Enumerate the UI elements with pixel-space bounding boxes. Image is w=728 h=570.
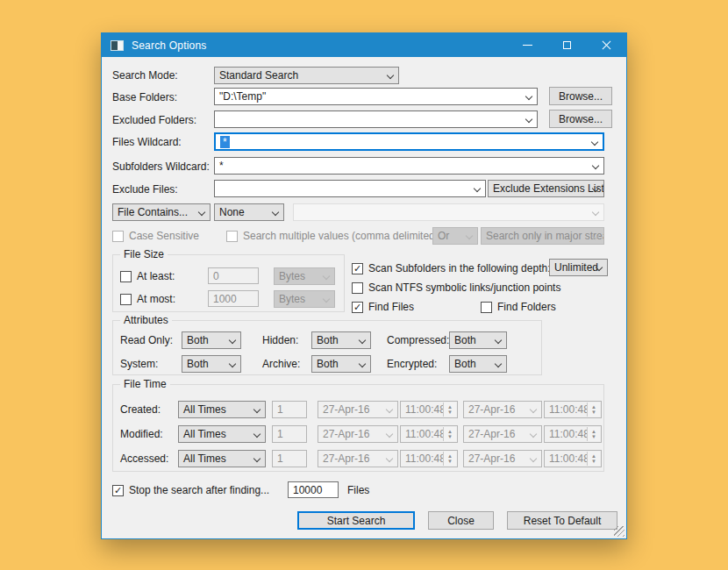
encrypted-select[interactable]: Both — [449, 355, 507, 373]
time-spinner[interactable]: ▲▼ — [587, 403, 600, 417]
chevron-down-icon — [386, 406, 393, 413]
maximize-button[interactable] — [547, 33, 587, 57]
time-spinner[interactable]: ▲▼ — [443, 403, 456, 417]
scan-subfolders-checkbox[interactable]: ✓ Scan Subfolders in the following depth… — [352, 262, 550, 274]
accessed-from-time: 11:00:48 P ▲▼ — [400, 450, 458, 467]
depth-select[interactable]: Unlimited — [549, 259, 608, 276]
time-spinner[interactable]: ▲▼ — [587, 427, 600, 441]
start-search-button[interactable]: Start Search — [297, 511, 415, 530]
files-wildcard-combo[interactable]: * — [214, 132, 604, 151]
caption-buttons — [508, 33, 626, 57]
accessed-to-date: 27-Apr-16 — [463, 450, 542, 467]
at-least-unit-select: Bytes — [274, 267, 335, 285]
files-wildcard-label: Files Wildcard: — [112, 136, 182, 148]
chevron-down-icon — [495, 360, 502, 367]
checkbox-checked-icon: ✓ — [352, 263, 363, 274]
created-to-date: 27-Apr-16 — [463, 401, 542, 418]
accessed-count-value: 1 — [277, 452, 283, 465]
chevron-down-icon — [272, 209, 279, 216]
stop-after-count-field[interactable]: 10000 — [288, 481, 339, 498]
at-most-checkbox[interactable]: At most: — [120, 293, 175, 305]
checkbox-icon — [120, 294, 132, 305]
find-folders-checkbox[interactable]: Find Folders — [481, 301, 556, 313]
base-folders-combo[interactable]: "D:\Temp" — [214, 88, 538, 105]
chevron-down-icon — [229, 337, 236, 344]
chevron-down-icon — [466, 232, 473, 239]
time-spinner[interactable]: ▲▼ — [443, 452, 456, 466]
files-wildcard-value: * — [220, 136, 230, 148]
contains-type-select[interactable]: None — [214, 203, 284, 221]
chevron-down-icon — [198, 209, 205, 216]
read-only-label: Read Only: — [120, 334, 173, 346]
excluded-folders-browse-button[interactable]: Browse... — [549, 110, 612, 128]
chevron-down-icon — [253, 431, 261, 438]
chevron-down-icon — [359, 360, 366, 367]
file-contains-select[interactable]: File Contains... — [112, 203, 211, 221]
ntfs-links-label: Scan NTFS symbolic links/junction points — [368, 281, 560, 294]
spinner-down-icon[interactable]: ▼ — [591, 434, 596, 439]
read-only-select[interactable]: Both — [182, 331, 241, 349]
archive-select[interactable]: Both — [311, 355, 371, 373]
chevron-down-icon — [253, 455, 261, 462]
file-time-group: File Time Created: All Times 1 27-Apr-16… — [112, 384, 604, 472]
find-files-label: Find Files — [368, 301, 414, 313]
chevron-down-icon — [530, 406, 537, 413]
app-icon — [111, 40, 124, 51]
reset-to-default-button[interactable]: Reset To Default — [507, 511, 617, 530]
spinner-down-icon[interactable]: ▼ — [447, 459, 453, 464]
modified-mode-select[interactable]: All Times — [178, 425, 266, 443]
compressed-select[interactable]: Both — [449, 331, 507, 349]
hidden-select[interactable]: Both — [311, 331, 371, 349]
spinner-down-icon[interactable]: ▼ — [591, 459, 596, 464]
resize-grip[interactable] — [614, 526, 625, 537]
modified-to-date: 27-Apr-16 — [463, 425, 542, 443]
subfolders-wildcard-combo[interactable]: * — [214, 157, 604, 175]
titlebar[interactable]: Search Options — [102, 33, 626, 57]
exclude-extensions-select[interactable]: Exclude Extensions List — [488, 180, 604, 197]
at-least-checkbox[interactable]: At least: — [120, 270, 175, 282]
at-most-value: 1000 — [213, 293, 237, 305]
at-least-value: 0 — [213, 270, 219, 282]
time-spinner[interactable]: ▲▼ — [587, 452, 600, 466]
chevron-down-icon — [525, 93, 532, 100]
close-dialog-button[interactable]: Close — [428, 511, 494, 530]
file-size-group: File Size At least: 0 Bytes At most: 100… — [112, 254, 345, 312]
or-and-value: Or — [438, 230, 449, 242]
accessed-to-date-value: 27-Apr-16 — [468, 452, 515, 465]
accessed-mode-select[interactable]: All Times — [178, 450, 266, 467]
excluded-folders-label: Excluded Folders: — [112, 114, 196, 126]
checkbox-checked-icon: ✓ — [352, 302, 363, 313]
created-to-time: 11:00:48 P ▲▼ — [544, 401, 602, 418]
ntfs-links-checkbox[interactable]: Scan NTFS symbolic links/junction points — [352, 281, 560, 294]
modified-label: Modified: — [120, 428, 163, 440]
spinner-down-icon[interactable]: ▼ — [447, 434, 453, 439]
contains-text-combo — [293, 203, 604, 221]
modified-from-date: 27-Apr-16 — [318, 425, 398, 443]
find-files-checkbox[interactable]: ✓ Find Files — [352, 301, 414, 313]
system-select[interactable]: Both — [182, 355, 241, 373]
search-mode-select[interactable]: Standard Search — [214, 67, 399, 84]
base-folders-browse-button[interactable]: Browse... — [549, 87, 612, 105]
compressed-value: Both — [454, 334, 476, 346]
accessed-mode-value: All Times — [183, 452, 226, 465]
file-contains-value: File Contains... — [118, 206, 188, 218]
minimize-button[interactable] — [508, 33, 547, 57]
created-from-time: 11:00:48 P ▲▼ — [400, 401, 458, 418]
exclude-files-combo[interactable] — [214, 180, 486, 197]
system-label: System: — [120, 358, 158, 370]
stop-after-checkbox[interactable]: ✓ Stop the search after finding... — [112, 484, 269, 496]
created-from-date: 27-Apr-16 — [318, 401, 398, 418]
time-spinner[interactable]: ▲▼ — [443, 427, 456, 441]
or-and-select: Or — [432, 227, 478, 245]
at-least-value-field: 0 — [208, 267, 259, 284]
spinner-down-icon[interactable]: ▼ — [591, 410, 596, 415]
spinner-down-icon[interactable]: ▼ — [447, 410, 453, 415]
accessed-to-time: 11:00:48 P ▲▼ — [544, 450, 602, 467]
created-mode-select[interactable]: All Times — [178, 401, 266, 418]
close-button[interactable] — [587, 33, 626, 57]
stop-after-count-value: 10000 — [293, 484, 322, 496]
multiple-values-checkbox: Search multiple values (comma delimited) — [226, 230, 439, 242]
archive-label: Archive: — [262, 358, 300, 370]
case-sensitive-label: Case Sensitive — [129, 230, 199, 242]
excluded-folders-combo[interactable] — [214, 110, 538, 128]
